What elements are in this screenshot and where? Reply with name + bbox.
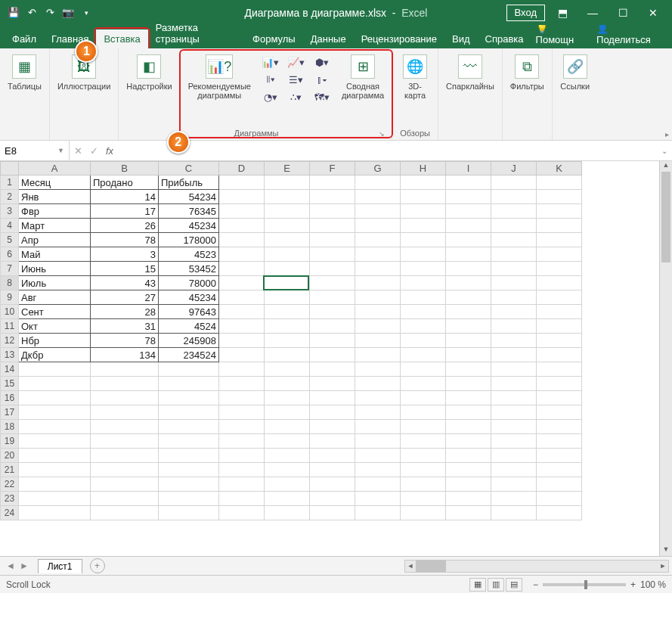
- cell[interactable]: [310, 290, 355, 305]
- cell[interactable]: [19, 492, 91, 506]
- cell[interactable]: [537, 305, 582, 319]
- cell[interactable]: [537, 391, 582, 405]
- cell[interactable]: [537, 247, 582, 262]
- cell[interactable]: [219, 434, 265, 449]
- zoom-slider[interactable]: [543, 583, 626, 586]
- col-header[interactable]: K: [537, 162, 582, 175]
- cell[interactable]: [355, 449, 401, 463]
- spreadsheet-grid[interactable]: ABCDEFGHIJK1МесяцПроданоПрибыль2Янв14542…: [0, 161, 582, 520]
- cell[interactable]: [265, 506, 310, 520]
- cell[interactable]: [446, 219, 491, 233]
- cell[interactable]: [446, 247, 491, 262]
- cell[interactable]: [310, 506, 355, 520]
- cell[interactable]: [491, 434, 537, 449]
- cell[interactable]: [355, 348, 401, 362]
- cell[interactable]: [537, 334, 582, 348]
- sheet-nav-next-icon[interactable]: ►: [20, 561, 29, 571]
- cell[interactable]: 27: [91, 290, 159, 305]
- cell[interactable]: [355, 377, 401, 391]
- cell[interactable]: [401, 449, 446, 463]
- cell[interactable]: [446, 362, 491, 377]
- cell[interactable]: [446, 420, 491, 434]
- cell[interactable]: [19, 405, 91, 420]
- cell[interactable]: [19, 477, 91, 492]
- zoom-in-icon[interactable]: +: [630, 579, 636, 590]
- cell[interactable]: [265, 477, 310, 492]
- cell[interactable]: [310, 247, 355, 262]
- cell[interactable]: [310, 405, 355, 420]
- cell[interactable]: [491, 362, 537, 377]
- maximize-icon[interactable]: ☐: [610, 2, 636, 23]
- cell[interactable]: [446, 477, 491, 492]
- bar-chart-icon[interactable]: ☰▾: [286, 72, 307, 87]
- cell[interactable]: [401, 204, 446, 219]
- fx-icon[interactable]: fx: [106, 145, 113, 157]
- cell[interactable]: [159, 477, 219, 492]
- cell[interactable]: [491, 449, 537, 463]
- cell[interactable]: [401, 290, 446, 305]
- cell[interactable]: [401, 247, 446, 262]
- cell[interactable]: [310, 492, 355, 506]
- cell[interactable]: Сент: [19, 305, 91, 319]
- cell[interactable]: [355, 247, 401, 262]
- cell[interactable]: [265, 276, 310, 290]
- cell[interactable]: [219, 477, 265, 492]
- cell[interactable]: Июль: [19, 276, 91, 290]
- expand-formula-icon[interactable]: ⌄: [657, 147, 672, 155]
- tab-разметка страницы[interactable]: Разметка страницы: [148, 18, 245, 48]
- cell[interactable]: [537, 463, 582, 477]
- cell[interactable]: [355, 405, 401, 420]
- col-header[interactable]: A: [19, 162, 91, 175]
- cell[interactable]: [265, 449, 310, 463]
- row-header[interactable]: 13: [1, 348, 19, 362]
- map-chart-icon[interactable]: 🗺▾: [311, 89, 333, 104]
- cell[interactable]: 134: [91, 348, 159, 362]
- col-header[interactable]: E: [265, 162, 310, 175]
- cell[interactable]: [355, 190, 401, 204]
- cell[interactable]: Окт: [19, 319, 91, 334]
- cell[interactable]: [310, 175, 355, 190]
- cell[interactable]: [159, 492, 219, 506]
- cell[interactable]: [159, 420, 219, 434]
- cell[interactable]: [491, 492, 537, 506]
- cell[interactable]: Янв: [19, 190, 91, 204]
- cell[interactable]: 245908: [159, 334, 219, 348]
- cell[interactable]: [401, 219, 446, 233]
- cell[interactable]: [265, 463, 310, 477]
- row-header[interactable]: 21: [1, 463, 19, 477]
- cell[interactable]: [91, 420, 159, 434]
- save-icon[interactable]: 💾: [8, 7, 20, 19]
- cell[interactable]: [310, 204, 355, 219]
- row-header[interactable]: 23: [1, 492, 19, 506]
- tab-данные[interactable]: Данные: [303, 30, 354, 48]
- cell[interactable]: 78: [91, 334, 159, 348]
- cell[interactable]: [446, 262, 491, 276]
- cell[interactable]: [19, 420, 91, 434]
- cell[interactable]: [310, 377, 355, 391]
- cell[interactable]: [355, 319, 401, 334]
- cell[interactable]: [265, 434, 310, 449]
- cell[interactable]: 78: [91, 233, 159, 247]
- cell[interactable]: [491, 290, 537, 305]
- cell[interactable]: [446, 276, 491, 290]
- cell[interactable]: 76345: [159, 204, 219, 219]
- column-chart-icon[interactable]: 📊▾: [260, 54, 281, 70]
- cell[interactable]: [401, 434, 446, 449]
- cell[interactable]: [537, 190, 582, 204]
- cell[interactable]: [159, 434, 219, 449]
- row-header[interactable]: 24: [1, 506, 19, 520]
- scroll-right-icon[interactable]: ►: [658, 561, 668, 572]
- cell[interactable]: [265, 190, 310, 204]
- cell[interactable]: [491, 276, 537, 290]
- cell[interactable]: [446, 175, 491, 190]
- cell[interactable]: [355, 362, 401, 377]
- new-sheet-button[interactable]: +: [90, 558, 105, 573]
- cell[interactable]: [355, 276, 401, 290]
- cell[interactable]: [446, 319, 491, 334]
- cell[interactable]: [310, 233, 355, 247]
- cell[interactable]: [446, 434, 491, 449]
- cell[interactable]: [355, 262, 401, 276]
- cell[interactable]: 97643: [159, 305, 219, 319]
- cell[interactable]: 45234: [159, 290, 219, 305]
- close-icon[interactable]: ✕: [640, 2, 666, 23]
